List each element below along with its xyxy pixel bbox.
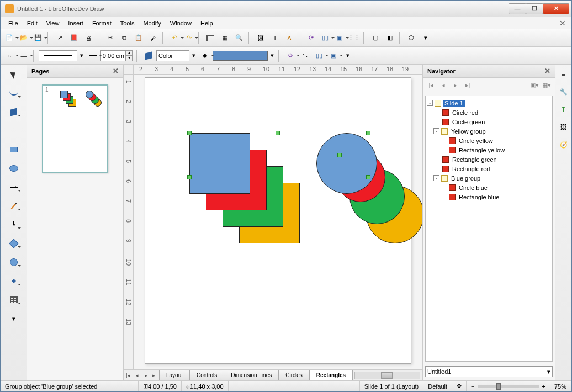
- fill-mode-dropdown[interactable]: ▾: [190, 52, 197, 59]
- line-width-spinner[interactable]: ▲▼: [100, 50, 134, 61]
- sidebar-styles-icon[interactable]: T: [558, 103, 570, 115]
- navigator-tree[interactable]: -Slide 1Circle redCircle green-Yellow gr…: [425, 96, 553, 362]
- sidebar-wrench-icon[interactable]: 🔧: [558, 86, 570, 98]
- spin-up[interactable]: ▲: [126, 50, 133, 56]
- tree-node[interactable]: Rectangle green: [427, 155, 551, 164]
- menu-file[interactable]: File: [4, 19, 23, 28]
- tree-node[interactable]: Circle green: [427, 117, 551, 126]
- nav-prev-icon[interactable]: ◂: [438, 81, 448, 91]
- fontwork-button[interactable]: A: [283, 31, 296, 45]
- tree-node[interactable]: Rectangle yellow: [427, 145, 551, 155]
- tree-node[interactable]: Rectangle red: [427, 164, 551, 173]
- canvas-rectangle[interactable]: [189, 133, 250, 194]
- window-minimize-button[interactable]: —: [509, 3, 526, 14]
- save-button[interactable]: 💾: [31, 31, 45, 45]
- line-style-button[interactable]: —: [17, 49, 30, 62]
- nav-last-icon[interactable]: ▸|: [463, 81, 473, 91]
- menu-view[interactable]: View: [42, 19, 64, 28]
- open-button[interactable]: 📂: [17, 31, 30, 45]
- line-wave-tool[interactable]: [5, 86, 23, 101]
- mirror-button[interactable]: ⇋: [298, 49, 311, 62]
- tree-node[interactable]: Circle red: [427, 108, 551, 117]
- select-tool[interactable]: [5, 67, 23, 82]
- drawing-canvas[interactable]: [134, 75, 422, 369]
- tab-last[interactable]: ▸|: [150, 373, 159, 378]
- document-close-button[interactable]: ✕: [557, 19, 568, 28]
- page-thumbnail-1[interactable]: 1: [42, 84, 108, 173]
- line-color-button[interactable]: [86, 49, 99, 62]
- cut-button[interactable]: ✂: [103, 31, 116, 45]
- spin-down[interactable]: ▼: [126, 56, 133, 61]
- fill-color-button[interactable]: ◆: [198, 49, 211, 62]
- zoom-out-button[interactable]: −: [471, 383, 474, 390]
- layer-tab[interactable]: Rectangles: [309, 370, 353, 380]
- fill-color-preview[interactable]: [213, 51, 268, 61]
- shadow-button[interactable]: ▢: [369, 31, 382, 45]
- tree-node[interactable]: Rectangle blue: [427, 192, 551, 202]
- fill-mode-select[interactable]: Color: [156, 50, 189, 61]
- line-style-preview[interactable]: [39, 50, 77, 61]
- fill-color-dropdown[interactable]: ▾: [269, 52, 276, 59]
- toolbar-overflow[interactable]: ▾: [419, 31, 432, 45]
- menu-window[interactable]: Window: [166, 19, 196, 28]
- format-paintbrush-button[interactable]: 🖌: [146, 31, 160, 45]
- rotate-button[interactable]: ⟳: [304, 31, 317, 45]
- selection-handle[interactable]: [366, 131, 370, 135]
- tab-prev[interactable]: ◂: [133, 373, 141, 378]
- insert-picture-button[interactable]: 🖼: [254, 31, 267, 45]
- layer-tab[interactable]: Dimension Lines: [224, 370, 279, 380]
- navigator-document-select[interactable]: Untitled1▾: [425, 366, 553, 377]
- menu-edit[interactable]: Edit: [23, 19, 42, 28]
- block-arrows-tool[interactable]: [5, 273, 23, 289]
- sidebar-navigator-icon[interactable]: 🧭: [558, 139, 570, 151]
- redo-button[interactable]: ↷: [182, 31, 195, 45]
- nav-dragmode-icon[interactable]: ▣▾: [529, 81, 539, 91]
- menu-format[interactable]: Format: [88, 19, 116, 28]
- curve-tool[interactable]: [5, 198, 23, 214]
- pages-panel-close[interactable]: ✕: [113, 67, 119, 75]
- align-button[interactable]: ▯▯: [319, 31, 332, 45]
- sidebar-gallery-icon[interactable]: 🖼: [558, 121, 570, 133]
- navigator-close[interactable]: ✕: [544, 67, 550, 75]
- selection-handle[interactable]: [337, 153, 342, 157]
- menu-modify[interactable]: Modify: [139, 19, 165, 28]
- status-zoom[interactable]: 75%: [550, 381, 571, 391]
- toolbar2-overflow[interactable]: ▾: [341, 49, 354, 62]
- fill-bucket-button[interactable]: [142, 49, 155, 62]
- arrow-style-button[interactable]: ↔: [3, 49, 16, 62]
- selection-handle[interactable]: [187, 131, 192, 135]
- selection-handle[interactable]: [187, 175, 192, 179]
- menu-help[interactable]: Help: [196, 19, 218, 28]
- tree-node[interactable]: Circle blue: [427, 183, 551, 192]
- new-button[interactable]: 📄: [3, 31, 16, 45]
- palette-overflow[interactable]: ▾: [5, 311, 23, 326]
- crop-button[interactable]: ◧: [383, 31, 396, 45]
- pdf-button[interactable]: 📕: [67, 31, 81, 45]
- grid-button[interactable]: [204, 31, 217, 45]
- fill-tool[interactable]: [5, 104, 23, 120]
- window-close-button[interactable]: ✕: [543, 3, 569, 14]
- tree-node[interactable]: -Yellow group: [427, 126, 551, 136]
- arrow-tool[interactable]: [5, 179, 23, 195]
- sidebar-settings-icon[interactable]: ≡: [558, 68, 570, 80]
- line-style-dropdown[interactable]: ▾: [78, 52, 85, 59]
- ellipse-tool[interactable]: [5, 161, 23, 176]
- line-width-input[interactable]: [100, 50, 126, 61]
- tree-expander[interactable]: -: [433, 128, 439, 134]
- polygon-button[interactable]: ⬠: [405, 31, 418, 45]
- print-button[interactable]: 🖨: [82, 31, 95, 45]
- menu-insert[interactable]: Insert: [63, 19, 88, 28]
- effects-button[interactable]: ⟳: [284, 49, 297, 62]
- rectangle-tool[interactable]: [5, 142, 23, 157]
- tab-first[interactable]: |◂: [124, 373, 133, 378]
- nav-shapes-icon[interactable]: ▦▾: [542, 81, 552, 91]
- basic-shapes-tool[interactable]: [5, 236, 23, 251]
- canvas-circle[interactable]: [316, 133, 377, 194]
- page-surface[interactable]: [145, 77, 411, 364]
- copy-button[interactable]: ⧉: [118, 31, 131, 45]
- tab-next[interactable]: ▸: [141, 373, 150, 378]
- insert-text-button[interactable]: T: [268, 31, 282, 45]
- horizontal-scrollbar[interactable]: [354, 372, 420, 379]
- nav-next-icon[interactable]: ▸: [451, 81, 460, 91]
- align2-button[interactable]: ▯▯: [313, 49, 326, 62]
